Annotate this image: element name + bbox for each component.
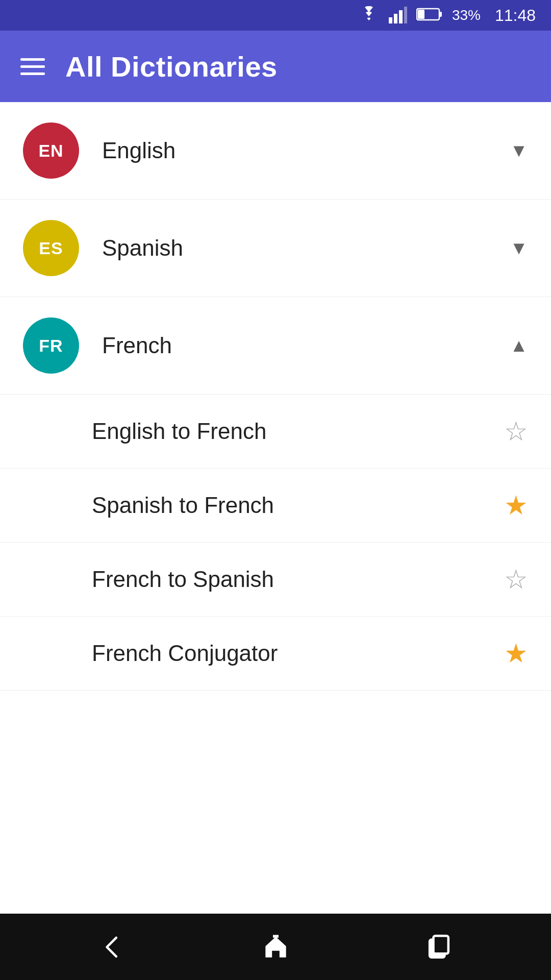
page-title: All Dictionaries	[65, 50, 278, 83]
svg-rect-3	[404, 7, 407, 23]
list-item-french-conjugator[interactable]: French Conjugator ★	[0, 617, 551, 691]
dictionaries-list: EN English ▼ ES Spanish ▼ FR French ▲ En…	[0, 102, 551, 914]
svg-rect-6	[418, 10, 424, 19]
status-bar: 33% 11:48	[0, 0, 551, 31]
favorite-star-french-to-spanish[interactable]: ☆	[504, 566, 528, 593]
language-row-spanish[interactable]: ES Spanish ▼	[0, 200, 551, 297]
svg-rect-2	[399, 10, 403, 23]
svg-rect-0	[389, 17, 392, 23]
chevron-down-icon-english: ▼	[510, 140, 528, 161]
back-button[interactable]	[92, 926, 133, 967]
language-code-fr: FR	[39, 336, 63, 356]
favorite-star-spanish-to-french[interactable]: ★	[504, 492, 528, 519]
language-name-english: English	[102, 138, 510, 163]
signal-icon	[389, 5, 407, 26]
svg-rect-9	[433, 936, 448, 953]
status-time: 11:48	[495, 6, 536, 25]
svg-rect-5	[439, 12, 442, 17]
language-avatar-es: ES	[23, 220, 79, 276]
recents-button[interactable]	[418, 926, 459, 967]
svg-rect-7	[273, 935, 279, 938]
app-bar: All Dictionaries	[0, 31, 551, 102]
sub-dict-label-english-to-french: English to French	[92, 419, 504, 444]
sub-dict-label-spanish-to-french: Spanish to French	[92, 493, 504, 518]
sub-dict-label-french-to-spanish: French to Spanish	[92, 567, 504, 592]
language-row-french[interactable]: FR French ▲	[0, 297, 551, 395]
list-item-spanish-to-french[interactable]: Spanish to French ★	[0, 469, 551, 543]
language-avatar-en: EN	[23, 122, 79, 179]
language-avatar-fr: FR	[23, 317, 79, 374]
svg-rect-1	[394, 14, 397, 23]
language-name-spanish: Spanish	[102, 235, 510, 261]
list-item-french-to-spanish[interactable]: French to Spanish ☆	[0, 543, 551, 617]
language-row-english[interactable]: EN English ▼	[0, 102, 551, 200]
bottom-navigation	[0, 914, 551, 980]
battery-icon	[416, 7, 443, 24]
language-name-french: French	[102, 333, 510, 358]
home-button[interactable]	[255, 926, 296, 967]
menu-button[interactable]	[20, 58, 45, 75]
chevron-down-icon-spanish: ▼	[510, 237, 528, 259]
language-code-en: EN	[38, 141, 63, 161]
battery-level: 33%	[452, 7, 481, 23]
favorite-star-english-to-french[interactable]: ☆	[504, 418, 528, 445]
favorite-star-french-conjugator[interactable]: ★	[504, 640, 528, 667]
wifi-icon	[358, 6, 380, 24]
chevron-up-icon-french: ▲	[510, 335, 528, 356]
list-item-english-to-french[interactable]: English to French ☆	[0, 395, 551, 469]
language-code-es: ES	[39, 238, 63, 258]
sub-dict-label-french-conjugator: French Conjugator	[92, 641, 504, 666]
